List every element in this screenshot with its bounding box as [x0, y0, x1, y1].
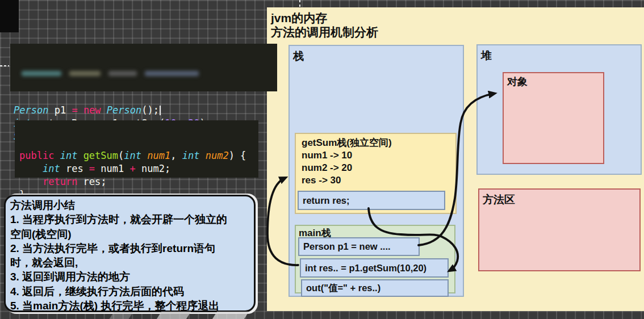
summary-line: 5. 当main方法(栈) 执行完毕，整个程序退出	[10, 299, 250, 313]
summary-line: 1. 当程序执行到方法时，就会开辟一个独立的	[10, 212, 250, 226]
summary-line: 2. 当方法执行完毕，或者执行到return语句	[10, 241, 250, 255]
object-label: 对象	[507, 75, 528, 89]
stack-box: 栈 getSum栈(独立空间) num1 -> 10 num2 -> 20 re…	[288, 45, 464, 297]
blur-blob	[108, 71, 137, 76]
summary-line: 空间(栈空间)	[10, 227, 250, 241]
statement-println: out("值=" + res..)	[301, 279, 449, 297]
code-line: Person p1 = new Person();	[14, 104, 277, 117]
screen: jvm的内存 方法的调用机制分析 栈 getSum栈(独立空间) num1 ->…	[0, 0, 644, 319]
stack-label: 栈	[293, 49, 304, 64]
summary-line: 方法调用小结	[10, 198, 250, 212]
getsum-var-num2: num2 -> 20	[302, 162, 455, 174]
summary-line: 时，就会返回,	[10, 255, 250, 270]
getsum-frame-title: getSum栈(独立空间)	[302, 137, 455, 149]
code-snippet-method: public int getSum(int num1, int num2) { …	[15, 120, 258, 178]
blurred-code-line	[22, 71, 275, 77]
panel-title-line1: jvm的内存	[271, 11, 378, 25]
dark-corner-block	[0, 0, 19, 32]
heap-label: 堆	[481, 48, 492, 63]
summary-note: 方法调用小结1. 当程序执行到方法时，就会开辟一个独立的空间(栈空间)2. 当方…	[4, 195, 256, 312]
code-line: int res = num1 + num2;	[19, 162, 258, 175]
code-snippet-call: Person p1 = new Person();int returnRes =…	[10, 44, 277, 91]
summary-line: 3. 返回到调用方法的地方	[10, 270, 250, 284]
getsum-var-res: res -> 30	[302, 174, 455, 187]
code-line: public int getSum(int num1, int num2) {	[19, 149, 258, 162]
panel-title: jvm的内存 方法的调用机制分析	[271, 11, 378, 39]
white-dash-vertical	[299, 0, 300, 7]
code-lines-method: public int getSum(int num1, int num2) { …	[19, 149, 258, 202]
watermark-shape	[212, 312, 249, 319]
object-box: 对象	[503, 72, 604, 164]
watermark-shape	[157, 312, 191, 319]
statement-call-getsum: int res.. = p1.getSum(10,20)	[300, 258, 449, 278]
panel-title-line2: 方法的调用机制分析	[271, 25, 378, 39]
getsum-var-num1: num1 -> 10	[302, 149, 455, 162]
watermark-shape	[109, 312, 133, 319]
blur-blob	[22, 71, 61, 76]
method-area-box: 方法区	[478, 188, 641, 271]
return-statement-box: return res;	[298, 191, 445, 210]
summary-line: 4. 返回后，继续执行方法后面的代码	[10, 284, 250, 299]
statement-new-person: Person p1 = new ....	[298, 237, 420, 256]
blur-blob	[145, 71, 199, 76]
getsum-stack-frame: getSum栈(独立空间) num1 -> 10 num2 -> 20 res …	[295, 133, 457, 214]
method-area-label: 方法区	[483, 192, 515, 207]
main-stack-frame: main栈 Person p1 = new .... int res.. = p…	[295, 225, 455, 293]
blur-blob	[69, 71, 101, 76]
white-dash-horizontal	[0, 65, 9, 66]
code-line: return res;	[19, 175, 258, 188]
heap-box: 堆 对象	[476, 44, 642, 175]
